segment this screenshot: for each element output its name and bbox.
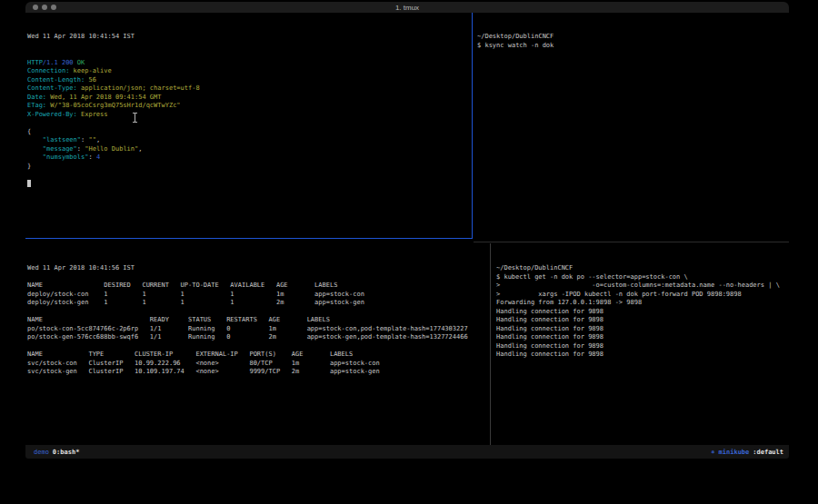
window-title: 1. tmux [25,4,789,12]
kube-namespace: :default [753,449,783,456]
session-name: demo [34,449,49,456]
desktop: 1. tmux Wed 11 Apr 2018 10:41:54 IST​​HT… [0,0,818,504]
window-tab-bash[interactable]: 0:bash* [53,449,80,456]
pane-ksync[interactable]: ~/Desktop/DublinCNCF$ ksync watch -n dok [474,13,789,242]
pane-port-forward[interactable]: ~/Desktop/DublinCNCF$ kubectl get -n dok… [492,243,789,445]
terminal-output-ksync: ~/Desktop/DublinCNCF$ ksync watch -n dok [477,33,789,50]
pane-http-response[interactable]: Wed 11 Apr 2018 10:41:54 IST​​HTTP/1.1 2… [25,13,473,239]
status-right: ⎈minikube:default [711,449,783,456]
kube-context: minikube [719,449,750,456]
terminal-output-http: Wed 11 Apr 2018 10:41:54 IST​​HTTP/1.1 2… [27,33,472,188]
mouse-text-cursor [132,113,138,123]
kubernetes-helm-icon: ⎈ [711,449,714,456]
terminal-output-kubectl: Wed 11 Apr 2018 10:41:56 IST​NAME DESIRE… [27,264,490,377]
pane-kubectl-get[interactable]: Wed 11 Apr 2018 10:41:56 IST​NAME DESIRE… [25,243,491,445]
status-left: demo 0:bash* [34,449,79,456]
window-titlebar[interactable]: 1. tmux [25,2,789,13]
tmux-status-bar: demo 0:bash* ⎈minikube:default [25,445,789,459]
terminal-window: 1. tmux Wed 11 Apr 2018 10:41:54 IST​​HT… [25,2,789,459]
terminal-output-portforward: ~/Desktop/DublinCNCF$ kubectl get -n dok… [496,264,789,360]
